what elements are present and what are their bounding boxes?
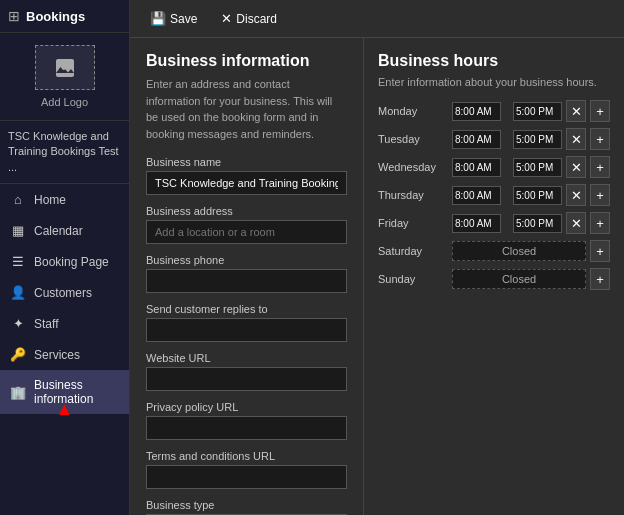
- privacy-input[interactable]: [146, 416, 347, 440]
- monday-remove-btn[interactable]: ✕: [566, 100, 586, 122]
- left-panel: Business information Enter an address an…: [130, 38, 364, 515]
- sidebar-item-home[interactable]: ⌂ Home: [0, 184, 129, 215]
- right-panel: Business hours Enter information about y…: [364, 38, 624, 515]
- privacy-field-label: Privacy policy URL: [146, 401, 347, 413]
- wednesday-start-select[interactable]: 8:00 AM: [452, 158, 501, 177]
- sidebar-item-business-info-label: Business information: [34, 378, 119, 406]
- monday-end-select[interactable]: 5:00 PM6:00 PM: [513, 102, 562, 121]
- tuesday-label: Tuesday: [378, 133, 448, 145]
- business-info-icon: 🏢: [10, 385, 26, 400]
- monday-start-select[interactable]: 8:00 AM9:00 AM: [452, 102, 501, 121]
- hours-row-friday: Friday 8:00 AM 5:00 PM ✕ +: [378, 212, 610, 234]
- saturday-add-btn[interactable]: +: [590, 240, 610, 262]
- tuesday-start-select[interactable]: 8:00 AM: [452, 130, 501, 149]
- website-input[interactable]: [146, 367, 347, 391]
- thursday-start-select[interactable]: 8:00 AM: [452, 186, 501, 205]
- hours-row-tuesday: Tuesday 8:00 AM 5:00 PM ✕ +: [378, 128, 610, 150]
- toolbar: 💾 Save ✕ Discard: [130, 0, 624, 38]
- save-icon: 💾: [150, 11, 166, 26]
- staff-icon: ✦: [10, 316, 26, 331]
- business-name-input[interactable]: [146, 171, 347, 195]
- logo-area: Add Logo: [0, 33, 129, 121]
- business-phone-input[interactable]: [146, 269, 347, 293]
- monday-label: Monday: [378, 105, 448, 117]
- friday-add-btn[interactable]: +: [590, 212, 610, 234]
- main-content: 💾 Save ✕ Discard Business information En…: [130, 0, 624, 515]
- add-logo-label: Add Logo: [41, 96, 88, 108]
- replies-field-label: Send customer replies to: [146, 303, 347, 315]
- content-area: Business information Enter an address an…: [130, 38, 624, 515]
- sunday-add-btn[interactable]: +: [590, 268, 610, 290]
- phone-field-label: Business phone: [146, 254, 347, 266]
- saturday-label: Saturday: [378, 245, 448, 257]
- wednesday-add-btn[interactable]: +: [590, 156, 610, 178]
- sidebar-item-booking-page[interactable]: ☰ Booking Page: [0, 246, 129, 277]
- terms-input[interactable]: [146, 465, 347, 489]
- hours-desc: Enter information about your business ho…: [378, 76, 610, 88]
- sidebar: ⊞ Bookings Add Logo TSC Knowledge and Tr…: [0, 0, 130, 515]
- thursday-remove-btn[interactable]: ✕: [566, 184, 586, 206]
- discard-icon: ✕: [221, 11, 232, 26]
- nav-items: ⌂ Home ▦ Calendar ☰ Booking Page 👤 Custo…: [0, 184, 129, 515]
- friday-start-select[interactable]: 8:00 AM: [452, 214, 501, 233]
- wednesday-end-select[interactable]: 5:00 PM: [513, 158, 562, 177]
- discard-label: Discard: [236, 12, 277, 26]
- save-label: Save: [170, 12, 197, 26]
- business-address-input[interactable]: [146, 220, 347, 244]
- calendar-icon: ▦: [10, 223, 26, 238]
- sidebar-item-services-label: Services: [34, 348, 80, 362]
- hours-row-sunday: Sunday Closed +: [378, 268, 610, 290]
- replies-input[interactable]: [146, 318, 347, 342]
- business-info-desc: Enter an address and contact information…: [146, 76, 347, 142]
- sunday-closed: Closed: [452, 269, 586, 289]
- hours-row-thursday: Thursday 8:00 AM 5:00 PM ✕ +: [378, 184, 610, 206]
- friday-end-select[interactable]: 5:00 PM: [513, 214, 562, 233]
- thursday-label: Thursday: [378, 189, 448, 201]
- customers-icon: 👤: [10, 285, 26, 300]
- sidebar-item-home-label: Home: [34, 193, 66, 207]
- terms-field-label: Terms and conditions URL: [146, 450, 347, 462]
- saturday-closed: Closed: [452, 241, 586, 261]
- wednesday-label: Wednesday: [378, 161, 448, 173]
- address-field-label: Business address: [146, 205, 347, 217]
- sidebar-item-customers[interactable]: 👤 Customers: [0, 277, 129, 308]
- thursday-add-btn[interactable]: +: [590, 184, 610, 206]
- tuesday-end-select[interactable]: 5:00 PM: [513, 130, 562, 149]
- website-field-label: Website URL: [146, 352, 347, 364]
- hours-row-wednesday: Wednesday 8:00 AM 5:00 PM ✕ +: [378, 156, 610, 178]
- sidebar-header: ⊞ Bookings: [0, 0, 129, 33]
- app-title: Bookings: [26, 9, 85, 24]
- monday-add-btn[interactable]: +: [590, 100, 610, 122]
- discard-button[interactable]: ✕ Discard: [215, 8, 283, 29]
- sidebar-item-business-info[interactable]: 🏢 Business information: [0, 370, 129, 414]
- services-icon: 🔑: [10, 347, 26, 362]
- sidebar-item-booking-page-label: Booking Page: [34, 255, 109, 269]
- sidebar-item-staff-label: Staff: [34, 317, 58, 331]
- hours-title: Business hours: [378, 52, 610, 70]
- friday-label: Friday: [378, 217, 448, 229]
- sidebar-item-calendar-label: Calendar: [34, 224, 83, 238]
- business-info-title: Business information: [146, 52, 347, 70]
- friday-remove-btn[interactable]: ✕: [566, 212, 586, 234]
- sidebar-item-customers-label: Customers: [34, 286, 92, 300]
- hours-row-monday: Monday 8:00 AM9:00 AM 5:00 PM6:00 PM ✕ +: [378, 100, 610, 122]
- type-field-label: Business type: [146, 499, 347, 511]
- sunday-label: Sunday: [378, 273, 448, 285]
- home-icon: ⌂: [10, 192, 26, 207]
- booking-page-icon: ☰: [10, 254, 26, 269]
- hours-row-saturday: Saturday Closed +: [378, 240, 610, 262]
- sidebar-item-staff[interactable]: ✦ Staff: [0, 308, 129, 339]
- sidebar-item-services[interactable]: 🔑 Services: [0, 339, 129, 370]
- tuesday-remove-btn[interactable]: ✕: [566, 128, 586, 150]
- app-icon: ⊞: [8, 8, 20, 24]
- logo-box[interactable]: [35, 45, 95, 90]
- tuesday-add-btn[interactable]: +: [590, 128, 610, 150]
- image-icon: [53, 56, 77, 80]
- sidebar-item-calendar[interactable]: ▦ Calendar: [0, 215, 129, 246]
- wednesday-remove-btn[interactable]: ✕: [566, 156, 586, 178]
- thursday-end-select[interactable]: 5:00 PM: [513, 186, 562, 205]
- save-button[interactable]: 💾 Save: [144, 8, 203, 29]
- sidebar-business-name: TSC Knowledge and Training Bookings Test…: [0, 121, 129, 184]
- name-field-label: Business name: [146, 156, 347, 168]
